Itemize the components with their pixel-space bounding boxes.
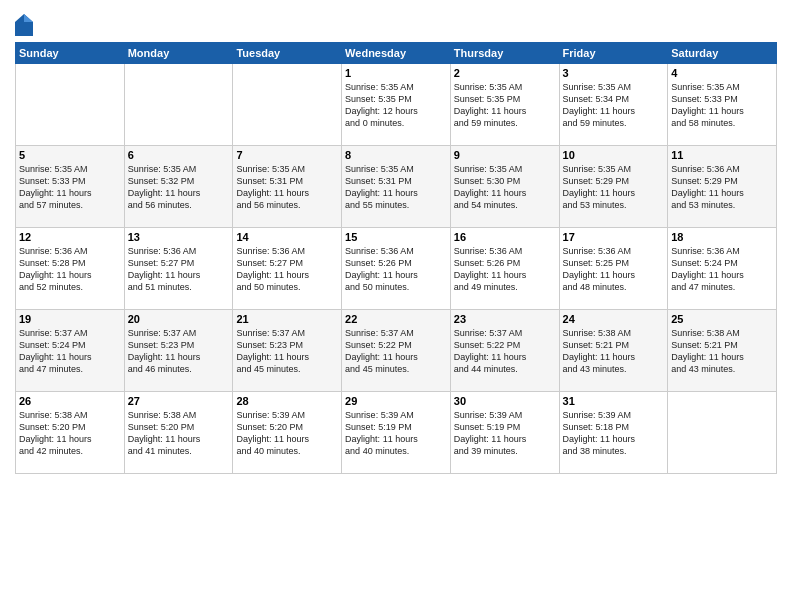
calendar-day-cell: 26Sunrise: 5:38 AM Sunset: 5:20 PM Dayli… bbox=[16, 392, 125, 474]
calendar-day-cell: 13Sunrise: 5:36 AM Sunset: 5:27 PM Dayli… bbox=[124, 228, 233, 310]
day-number: 27 bbox=[128, 395, 230, 407]
calendar-day-cell: 27Sunrise: 5:38 AM Sunset: 5:20 PM Dayli… bbox=[124, 392, 233, 474]
day-number: 8 bbox=[345, 149, 447, 161]
day-number: 18 bbox=[671, 231, 773, 243]
calendar-week-row: 26Sunrise: 5:38 AM Sunset: 5:20 PM Dayli… bbox=[16, 392, 777, 474]
day-number: 20 bbox=[128, 313, 230, 325]
day-number: 28 bbox=[236, 395, 338, 407]
calendar-day-cell: 5Sunrise: 5:35 AM Sunset: 5:33 PM Daylig… bbox=[16, 146, 125, 228]
day-info: Sunrise: 5:36 AM Sunset: 5:25 PM Dayligh… bbox=[563, 245, 665, 294]
calendar-day-cell bbox=[16, 64, 125, 146]
day-number: 16 bbox=[454, 231, 556, 243]
day-info: Sunrise: 5:35 AM Sunset: 5:29 PM Dayligh… bbox=[563, 163, 665, 212]
svg-marker-1 bbox=[24, 14, 33, 22]
day-number: 31 bbox=[563, 395, 665, 407]
day-info: Sunrise: 5:36 AM Sunset: 5:27 PM Dayligh… bbox=[236, 245, 338, 294]
day-number: 17 bbox=[563, 231, 665, 243]
day-info: Sunrise: 5:38 AM Sunset: 5:20 PM Dayligh… bbox=[19, 409, 121, 458]
day-number: 29 bbox=[345, 395, 447, 407]
day-number: 15 bbox=[345, 231, 447, 243]
day-info: Sunrise: 5:37 AM Sunset: 5:24 PM Dayligh… bbox=[19, 327, 121, 376]
day-info: Sunrise: 5:35 AM Sunset: 5:33 PM Dayligh… bbox=[19, 163, 121, 212]
day-info: Sunrise: 5:35 AM Sunset: 5:33 PM Dayligh… bbox=[671, 81, 773, 130]
calendar-day-cell: 17Sunrise: 5:36 AM Sunset: 5:25 PM Dayli… bbox=[559, 228, 668, 310]
page: SundayMondayTuesdayWednesdayThursdayFrid… bbox=[0, 0, 792, 612]
weekday-header-row: SundayMondayTuesdayWednesdayThursdayFrid… bbox=[16, 43, 777, 64]
day-info: Sunrise: 5:37 AM Sunset: 5:23 PM Dayligh… bbox=[236, 327, 338, 376]
day-number: 19 bbox=[19, 313, 121, 325]
day-info: Sunrise: 5:35 AM Sunset: 5:30 PM Dayligh… bbox=[454, 163, 556, 212]
calendar-day-cell: 10Sunrise: 5:35 AM Sunset: 5:29 PM Dayli… bbox=[559, 146, 668, 228]
calendar-week-row: 12Sunrise: 5:36 AM Sunset: 5:28 PM Dayli… bbox=[16, 228, 777, 310]
day-info: Sunrise: 5:36 AM Sunset: 5:27 PM Dayligh… bbox=[128, 245, 230, 294]
day-info: Sunrise: 5:39 AM Sunset: 5:18 PM Dayligh… bbox=[563, 409, 665, 458]
weekday-header: Friday bbox=[559, 43, 668, 64]
calendar-day-cell: 4Sunrise: 5:35 AM Sunset: 5:33 PM Daylig… bbox=[668, 64, 777, 146]
calendar-day-cell: 19Sunrise: 5:37 AM Sunset: 5:24 PM Dayli… bbox=[16, 310, 125, 392]
day-info: Sunrise: 5:38 AM Sunset: 5:20 PM Dayligh… bbox=[128, 409, 230, 458]
day-number: 1 bbox=[345, 67, 447, 79]
day-number: 7 bbox=[236, 149, 338, 161]
day-info: Sunrise: 5:35 AM Sunset: 5:31 PM Dayligh… bbox=[236, 163, 338, 212]
calendar-day-cell: 28Sunrise: 5:39 AM Sunset: 5:20 PM Dayli… bbox=[233, 392, 342, 474]
day-number: 2 bbox=[454, 67, 556, 79]
logo bbox=[15, 14, 35, 36]
calendar-day-cell: 20Sunrise: 5:37 AM Sunset: 5:23 PM Dayli… bbox=[124, 310, 233, 392]
calendar-day-cell: 6Sunrise: 5:35 AM Sunset: 5:32 PM Daylig… bbox=[124, 146, 233, 228]
day-number: 10 bbox=[563, 149, 665, 161]
day-info: Sunrise: 5:39 AM Sunset: 5:19 PM Dayligh… bbox=[454, 409, 556, 458]
calendar-day-cell: 15Sunrise: 5:36 AM Sunset: 5:26 PM Dayli… bbox=[342, 228, 451, 310]
day-number: 24 bbox=[563, 313, 665, 325]
weekday-header: Sunday bbox=[16, 43, 125, 64]
weekday-header: Tuesday bbox=[233, 43, 342, 64]
calendar-table: SundayMondayTuesdayWednesdayThursdayFrid… bbox=[15, 42, 777, 474]
calendar-day-cell: 1Sunrise: 5:35 AM Sunset: 5:35 PM Daylig… bbox=[342, 64, 451, 146]
calendar-week-row: 19Sunrise: 5:37 AM Sunset: 5:24 PM Dayli… bbox=[16, 310, 777, 392]
day-number: 23 bbox=[454, 313, 556, 325]
day-info: Sunrise: 5:37 AM Sunset: 5:22 PM Dayligh… bbox=[345, 327, 447, 376]
day-number: 6 bbox=[128, 149, 230, 161]
calendar-day-cell: 30Sunrise: 5:39 AM Sunset: 5:19 PM Dayli… bbox=[450, 392, 559, 474]
calendar-day-cell: 21Sunrise: 5:37 AM Sunset: 5:23 PM Dayli… bbox=[233, 310, 342, 392]
day-info: Sunrise: 5:36 AM Sunset: 5:26 PM Dayligh… bbox=[454, 245, 556, 294]
weekday-header: Thursday bbox=[450, 43, 559, 64]
day-number: 21 bbox=[236, 313, 338, 325]
day-number: 13 bbox=[128, 231, 230, 243]
day-number: 30 bbox=[454, 395, 556, 407]
day-info: Sunrise: 5:37 AM Sunset: 5:22 PM Dayligh… bbox=[454, 327, 556, 376]
day-info: Sunrise: 5:36 AM Sunset: 5:24 PM Dayligh… bbox=[671, 245, 773, 294]
day-number: 5 bbox=[19, 149, 121, 161]
day-number: 25 bbox=[671, 313, 773, 325]
day-info: Sunrise: 5:36 AM Sunset: 5:28 PM Dayligh… bbox=[19, 245, 121, 294]
calendar-day-cell: 9Sunrise: 5:35 AM Sunset: 5:30 PM Daylig… bbox=[450, 146, 559, 228]
day-info: Sunrise: 5:39 AM Sunset: 5:19 PM Dayligh… bbox=[345, 409, 447, 458]
day-number: 11 bbox=[671, 149, 773, 161]
calendar-day-cell: 12Sunrise: 5:36 AM Sunset: 5:28 PM Dayli… bbox=[16, 228, 125, 310]
day-number: 9 bbox=[454, 149, 556, 161]
calendar-day-cell: 31Sunrise: 5:39 AM Sunset: 5:18 PM Dayli… bbox=[559, 392, 668, 474]
calendar-week-row: 1Sunrise: 5:35 AM Sunset: 5:35 PM Daylig… bbox=[16, 64, 777, 146]
day-number: 26 bbox=[19, 395, 121, 407]
calendar-day-cell bbox=[124, 64, 233, 146]
calendar-week-row: 5Sunrise: 5:35 AM Sunset: 5:33 PM Daylig… bbox=[16, 146, 777, 228]
day-number: 3 bbox=[563, 67, 665, 79]
logo-icon bbox=[15, 14, 33, 36]
calendar-day-cell: 16Sunrise: 5:36 AM Sunset: 5:26 PM Dayli… bbox=[450, 228, 559, 310]
day-info: Sunrise: 5:35 AM Sunset: 5:35 PM Dayligh… bbox=[345, 81, 447, 130]
day-number: 22 bbox=[345, 313, 447, 325]
day-info: Sunrise: 5:38 AM Sunset: 5:21 PM Dayligh… bbox=[563, 327, 665, 376]
calendar-day-cell: 29Sunrise: 5:39 AM Sunset: 5:19 PM Dayli… bbox=[342, 392, 451, 474]
day-info: Sunrise: 5:37 AM Sunset: 5:23 PM Dayligh… bbox=[128, 327, 230, 376]
day-info: Sunrise: 5:35 AM Sunset: 5:35 PM Dayligh… bbox=[454, 81, 556, 130]
calendar-day-cell: 11Sunrise: 5:36 AM Sunset: 5:29 PM Dayli… bbox=[668, 146, 777, 228]
day-info: Sunrise: 5:36 AM Sunset: 5:26 PM Dayligh… bbox=[345, 245, 447, 294]
calendar-day-cell: 7Sunrise: 5:35 AM Sunset: 5:31 PM Daylig… bbox=[233, 146, 342, 228]
calendar-day-cell: 18Sunrise: 5:36 AM Sunset: 5:24 PM Dayli… bbox=[668, 228, 777, 310]
calendar-day-cell: 8Sunrise: 5:35 AM Sunset: 5:31 PM Daylig… bbox=[342, 146, 451, 228]
calendar-day-cell: 25Sunrise: 5:38 AM Sunset: 5:21 PM Dayli… bbox=[668, 310, 777, 392]
calendar-day-cell: 22Sunrise: 5:37 AM Sunset: 5:22 PM Dayli… bbox=[342, 310, 451, 392]
day-info: Sunrise: 5:35 AM Sunset: 5:31 PM Dayligh… bbox=[345, 163, 447, 212]
day-info: Sunrise: 5:35 AM Sunset: 5:32 PM Dayligh… bbox=[128, 163, 230, 212]
header bbox=[15, 10, 777, 36]
day-number: 14 bbox=[236, 231, 338, 243]
